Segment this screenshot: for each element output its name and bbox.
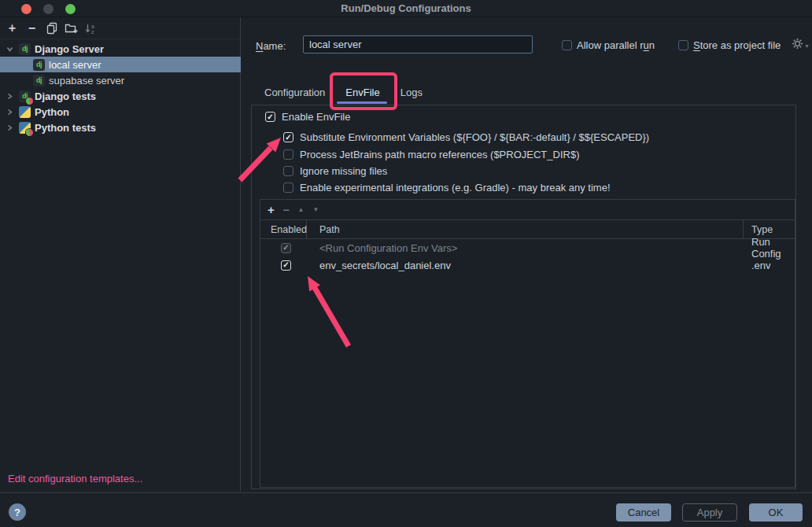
checkbox-icon: ✓ bbox=[281, 243, 291, 253]
ok-button[interactable]: OK bbox=[749, 503, 803, 521]
checkbox-icon[interactable] bbox=[562, 40, 572, 50]
gear-icon bbox=[792, 38, 803, 50]
tab-configuration[interactable]: Configuration bbox=[264, 87, 325, 98]
django-icon: dj bbox=[19, 43, 31, 55]
django-icon: dj bbox=[33, 75, 45, 87]
dialog-footer: ? Cancel Apply OK bbox=[0, 492, 812, 527]
arrow-up-icon: ▲ bbox=[298, 206, 304, 213]
apply-button[interactable]: Apply bbox=[682, 503, 737, 521]
option-label: Ignore missing files bbox=[300, 166, 387, 177]
config-tabs: Configuration EnvFile Logs bbox=[264, 87, 423, 98]
option-label: Substitute Environment Variables (${FOO}… bbox=[300, 132, 649, 143]
sidebar-toolbar: + − a z bbox=[0, 17, 240, 39]
tree-item-label: Django tests bbox=[35, 90, 96, 102]
new-folder-icon bbox=[65, 22, 79, 35]
chevron-right-icon[interactable] bbox=[5, 108, 15, 116]
python-tests-icon bbox=[19, 122, 31, 134]
checkbox-icon[interactable] bbox=[283, 149, 293, 160]
add-configuration-button[interactable]: + bbox=[2, 20, 22, 37]
add-env-file-button[interactable]: + bbox=[264, 202, 279, 218]
store-settings-button[interactable]: ▼ bbox=[792, 38, 810, 50]
enable-envfile-option[interactable]: ✓ Enable EnvFile bbox=[265, 111, 350, 123]
sort-az-icon: a z bbox=[84, 22, 98, 35]
minus-icon: − bbox=[28, 22, 35, 35]
new-folder-button[interactable] bbox=[61, 20, 81, 37]
store-as-project-file-checkbox[interactable]: Store as project file bbox=[678, 39, 781, 51]
tree-item-label: supabase server bbox=[49, 75, 124, 87]
checkbox-icon[interactable] bbox=[678, 40, 688, 50]
checkbox-icon[interactable]: ✓ bbox=[281, 260, 291, 271]
move-up-button[interactable]: ▲ bbox=[293, 202, 308, 218]
tree-item-label: local server bbox=[49, 59, 101, 71]
column-header-enabled: Enabled bbox=[260, 220, 307, 238]
env-row-type: Run Config bbox=[744, 236, 795, 260]
window-titlebar: Run/Debug Configurations bbox=[0, 0, 812, 17]
tree-item-python-tests[interactable]: Python tests bbox=[0, 120, 241, 135]
option-label: Process JetBrains path macro references … bbox=[300, 149, 579, 160]
table-row[interactable]: ✓ env_secrets/local_daniel.env .env bbox=[260, 256, 795, 274]
active-tab-indicator bbox=[337, 101, 387, 104]
tree-item-django-server[interactable]: dj Django Server bbox=[0, 41, 241, 57]
option-label: Enable experimental integrations (e.g. G… bbox=[300, 182, 611, 193]
caret-down-icon: ▼ bbox=[804, 43, 810, 49]
sort-z-glyph: z bbox=[91, 28, 94, 34]
checkbox-icon[interactable] bbox=[283, 166, 293, 176]
configurations-sidebar: + − a z bbox=[0, 17, 241, 492]
window-title: Run/Debug Configurations bbox=[0, 2, 812, 14]
tree-item-label: Python tests bbox=[35, 122, 96, 134]
sort-a-glyph: a bbox=[91, 23, 94, 28]
copy-icon bbox=[46, 22, 58, 35]
edit-configuration-templates-link[interactable]: Edit configuration templates... bbox=[8, 473, 142, 485]
env-row-type: .env bbox=[744, 260, 795, 271]
experimental-integrations-option[interactable]: Enable experimental integrations (e.g. G… bbox=[283, 182, 611, 193]
checkbox-icon[interactable]: ✓ bbox=[283, 132, 293, 142]
process-path-macro-option[interactable]: Process JetBrains path macro references … bbox=[283, 149, 579, 160]
env-files-table: + − ▲ ▼ Enabled Path Type ✓ <Run Configu… bbox=[260, 199, 795, 488]
django-tests-icon: dj bbox=[19, 90, 31, 102]
tab-envfile[interactable]: EnvFile bbox=[345, 87, 379, 98]
name-input[interactable] bbox=[303, 35, 533, 53]
copy-configuration-button[interactable] bbox=[42, 20, 61, 37]
question-icon: ? bbox=[14, 507, 20, 518]
substitute-env-vars-option[interactable]: ✓ Substitute Environment Variables (${FO… bbox=[283, 131, 649, 143]
remove-env-file-button[interactable]: − bbox=[279, 202, 293, 218]
checkbox-icon[interactable] bbox=[283, 182, 293, 193]
name-label: Name: bbox=[256, 40, 286, 52]
table-header: Enabled Path Type bbox=[260, 220, 795, 239]
plus-icon: + bbox=[9, 22, 16, 35]
configurations-tree: dj Django Server dj local server dj supa… bbox=[0, 41, 240, 135]
tree-item-label: Python bbox=[35, 106, 69, 118]
help-button[interactable]: ? bbox=[9, 503, 26, 521]
checkbox-icon[interactable]: ✓ bbox=[265, 112, 275, 122]
allow-parallel-run-checkbox[interactable]: Allow parallel run bbox=[562, 39, 655, 51]
env-row-path[interactable]: env_secrets/local_daniel.env bbox=[307, 260, 744, 271]
column-header-path: Path bbox=[307, 220, 744, 238]
option-label: Enable EnvFile bbox=[282, 112, 350, 123]
store-as-project-file-label: Store as project file bbox=[693, 39, 781, 51]
cancel-button[interactable]: Cancel bbox=[616, 503, 671, 521]
table-row[interactable]: ✓ <Run Configuration Env Vars> Run Confi… bbox=[260, 239, 795, 256]
tree-item-supabase-server[interactable]: dj supabase server bbox=[0, 72, 241, 88]
chevron-right-icon[interactable] bbox=[5, 123, 15, 131]
sort-configurations-button[interactable]: a z bbox=[81, 20, 101, 37]
tree-item-python[interactable]: Python bbox=[0, 104, 241, 120]
tab-logs[interactable]: Logs bbox=[400, 87, 423, 98]
allow-parallel-run-label: Allow parallel run bbox=[577, 39, 655, 51]
minus-icon: − bbox=[282, 204, 289, 216]
move-down-button[interactable]: ▼ bbox=[308, 202, 323, 218]
table-toolbar: + − ▲ ▼ bbox=[260, 200, 795, 220]
env-row-path[interactable]: <Run Configuration Env Vars> bbox=[307, 242, 744, 254]
tree-item-django-tests[interactable]: dj Django tests bbox=[0, 88, 241, 104]
remove-configuration-button[interactable]: − bbox=[22, 20, 42, 37]
tree-item-label: Django Server bbox=[35, 43, 104, 55]
python-icon bbox=[19, 106, 31, 118]
django-icon: dj bbox=[33, 59, 45, 71]
chevron-right-icon[interactable] bbox=[5, 92, 15, 100]
plus-icon: + bbox=[268, 203, 275, 216]
tree-item-local-server[interactable]: dj local server bbox=[0, 57, 241, 72]
ignore-missing-files-option[interactable]: Ignore missing files bbox=[283, 165, 387, 177]
arrow-down-icon: ▼ bbox=[313, 206, 319, 213]
chevron-down-icon[interactable] bbox=[5, 45, 15, 53]
